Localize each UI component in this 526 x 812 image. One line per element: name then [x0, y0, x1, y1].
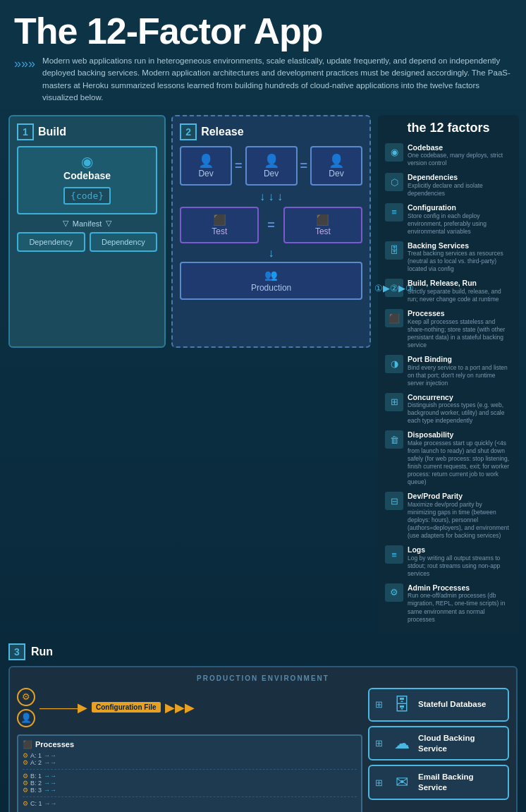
dev-box-3: 👤 Dev: [310, 146, 362, 186]
release-number: 2: [180, 123, 197, 140]
dep2-box: Dependency: [90, 232, 158, 252]
build-release-row: 1 Build ◉ Codebase {code} ▽ Manifest ▽: [8, 115, 371, 348]
stateful-db-box: ⊞ 🗄 Stateful Database: [368, 688, 509, 722]
factor-item-0: ◉ Codebase One codebase, many deploys, s…: [385, 143, 512, 168]
dev-label-2: Dev: [251, 169, 292, 178]
factor-item-3: 🗄 Backing Services Treat backing service…: [385, 241, 512, 274]
factor-name-0: Codebase: [408, 143, 512, 152]
settings-icon-c1: ⚙: [23, 800, 28, 807]
run-number: 3: [8, 643, 25, 660]
proc-line-b2: ⚙ B: 2 →→: [23, 780, 357, 787]
arrow-down-2: ↓: [180, 248, 362, 259]
dev-box-2: 👤 Dev: [245, 146, 298, 186]
test-label-2: Test: [292, 226, 354, 236]
proc-title: ⬛ Processes: [23, 740, 357, 749]
manifest-arrow-left: ▽: [63, 219, 68, 228]
dev-icon-3: 👤: [316, 153, 357, 169]
code-tag: {code}: [63, 187, 111, 205]
divider-1: [23, 769, 357, 770]
stateful-db-icon: 🗄: [391, 695, 412, 715]
proc-line-c1: ⚙ C: 1 →→: [23, 800, 357, 807]
manifest-label: Manifest: [73, 219, 102, 228]
cloud-connector: ⊞: [375, 738, 383, 749]
dev-box-1: 👤 Dev: [180, 146, 232, 186]
factor-icon-11: ⚙: [385, 583, 403, 602]
codebase-label: Codebase: [24, 170, 150, 181]
settings-icon-a1: ⚙: [23, 752, 28, 759]
dev-icon-2: 👤: [251, 153, 292, 169]
prod-label: Production: [187, 283, 355, 293]
config-arrow-right2: ▶▶▶: [165, 700, 195, 715]
divider-2: [23, 796, 357, 797]
manifest-row: ▽ Manifest ▽: [17, 219, 157, 228]
test-row: ⬛ Test = ⬛ Test: [180, 207, 362, 243]
factor-name-10: Logs: [408, 545, 512, 555]
run-section: 3 Run PRODUCTION ENVIRONMENT ⚙ 👤 ———▶ Co…: [0, 638, 526, 812]
factor-item-5: ⬛ Processes Keep all processes stateless…: [385, 309, 512, 349]
header: The 12-Factor App »»» Modern web applica…: [0, 0, 526, 109]
factor-icon-2: ≡: [385, 203, 403, 222]
proc-b1-label: B: 1: [30, 772, 42, 780]
eq-sign-1: =: [235, 146, 243, 186]
factor-desc-2: Store config in each deploy environment,…: [408, 212, 512, 236]
release-label: 2 Release: [180, 123, 362, 140]
factor-icon-4: ①▶②▶③: [385, 279, 403, 297]
factor-name-5: Processes: [408, 309, 512, 318]
build-panel: 1 Build ◉ Codebase {code} ▽ Manifest ▽: [8, 115, 166, 348]
factor-item-8: 🗑 Disposability Make processes start up …: [385, 430, 512, 486]
proc-a1-label: A: 1: [30, 752, 42, 759]
settings-icon-b1: ⚙: [23, 772, 28, 780]
run-left: ⚙ 👤 ———▶ Configuration File ▶▶▶ ⬛ Proces…: [17, 688, 362, 812]
deps-row: Dependency Dependency: [17, 232, 157, 252]
factor-item-4: ①▶②▶③ Build, Release, Run Strictly separ…: [385, 279, 512, 303]
build-label: 1 Build: [17, 123, 157, 140]
factor-desc-1: Explicitly declare and isolate dependenc…: [408, 182, 512, 198]
dev-icon-1: 👤: [185, 153, 226, 169]
factor-text-8: Disposability Make processes start up qu…: [408, 430, 512, 486]
header-subtitle: Modern web applications run in heterogen…: [42, 55, 512, 104]
factor-item-6: ◑ Port Binding Bind every service to a p…: [385, 355, 512, 387]
production-env: PRODUCTION ENVIRONMENT ⚙ 👤 ———▶ Configur…: [8, 666, 518, 812]
right-col: the 12 factors ◉ Codebase One codebase, …: [378, 115, 518, 635]
dev-label-3: Dev: [316, 169, 357, 178]
factor-text-3: Backing Services Treat backing services …: [408, 241, 512, 274]
factor-text-2: Configuration Store config in each deplo…: [408, 203, 512, 236]
factor-item-9: ⊟ Dev/Prod Parity Maximize dev/prod pari…: [385, 492, 512, 540]
page-wrapper: The 12-Factor App »»» Modern web applica…: [0, 0, 526, 812]
email-backing-label: Email Backing Service: [418, 772, 502, 793]
proc-arrow-b3: →→: [44, 787, 56, 794]
stateful-db-connector: ⊞: [375, 699, 383, 710]
dev-row: 👤 Dev = 👤 Dev = 👤 Dev: [180, 146, 362, 186]
factor-desc-9: Maximize dev/prod parity by minimizing g…: [408, 501, 512, 540]
prod-env-label: PRODUCTION ENVIRONMENT: [17, 674, 509, 682]
factor-desc-7: Distinguish process types (e.g. web, bac…: [408, 401, 512, 425]
factor-item-7: ⊞ Concurrency Distinguish process types …: [385, 393, 512, 425]
prod-box: 👥 Production: [180, 262, 362, 300]
test-box-2: ⬛ Test: [283, 207, 362, 243]
manifest-arrow-right: ▽: [106, 219, 111, 228]
codebase-icon: ◉: [24, 153, 150, 170]
factor-name-1: Dependencies: [408, 173, 512, 182]
factor-name-6: Port Binding: [408, 355, 512, 364]
factors-panel: the 12 factors ◉ Codebase One codebase, …: [378, 115, 519, 635]
proc-group-b: ⚙ B: 1 →→ ⚙ B: 2 →→ ⚙ B: 3: [23, 772, 357, 794]
factor-name-4: Build, Release, Run: [408, 279, 512, 288]
proc-a2-label: A: 2: [30, 759, 42, 766]
proc-line-a1: ⚙ A: 1 →→: [23, 752, 357, 759]
factor-text-0: Codebase One codebase, many deploys, str…: [408, 143, 512, 168]
proc-arrow-b2: →→: [44, 780, 56, 787]
dep1-box: Dependency: [17, 232, 85, 252]
email-icon: ✉: [391, 773, 412, 792]
proc-c1-label: C: 1: [30, 800, 42, 807]
proc-arrow-a1: →→: [44, 752, 56, 759]
eq-sign-2: =: [300, 146, 308, 186]
proc-icon: ⬛: [23, 740, 32, 749]
test-label-1: Test: [188, 226, 250, 236]
proc-b2-label: B: 2: [30, 780, 42, 787]
factor-text-4: Build, Release, Run Strictly separate bu…: [408, 279, 512, 303]
proc-arrow-b1: →→: [44, 772, 56, 780]
factor-item-1: ⬡ Dependencies Explicitly declare and is…: [385, 173, 512, 198]
factor-icon-8: 🗑: [385, 430, 403, 449]
factor-name-11: Admin Processes: [408, 583, 512, 593]
factor-text-10: Logs Log by writing all output streams t…: [408, 545, 512, 578]
